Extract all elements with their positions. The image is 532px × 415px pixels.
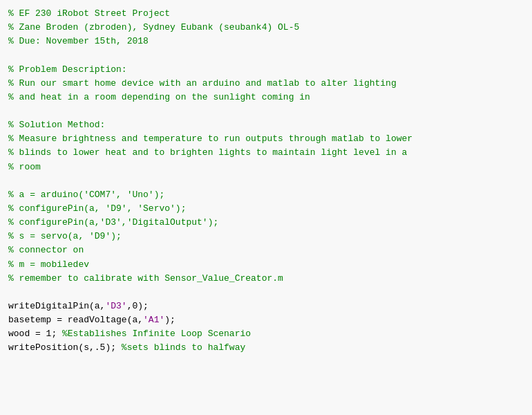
- string-literal: 'A1': [143, 315, 164, 325]
- comment-line: % s = servo(a, 'D9');: [8, 230, 524, 243]
- code-text: ,0);: [127, 301, 149, 311]
- comment-line: % m = mobiledev: [8, 258, 524, 272]
- comment-line: % Run our smart home device with an ardu…: [8, 77, 524, 91]
- code-text: basetemp = readVoltage(a,: [8, 315, 143, 325]
- comment-line: % Zane Broden (zbroden), Sydney Eubank (…: [8, 21, 524, 35]
- empty-line: [8, 174, 524, 188]
- comment-line: % blinds to lower heat and to brighten l…: [8, 146, 524, 160]
- comment-line: % remember to calibrate with Sensor_Valu…: [8, 272, 524, 286]
- comment-line: % and heat in a room depending on the su…: [8, 91, 524, 104]
- empty-line: [8, 48, 524, 62]
- comment-line: % Measure brightness and temperature to …: [8, 132, 524, 146]
- comment-line: % connector on: [8, 243, 524, 257]
- comment-line: % configurePin(a, 'D9', 'Servo');: [8, 202, 524, 216]
- code-text: writePosition(s,.5);: [8, 342, 122, 353]
- comment-line: % room: [8, 160, 524, 174]
- comment-line: % Due: November 15th, 2018: [8, 35, 524, 48]
- string-literal: 'D3': [105, 301, 126, 311]
- mixed-code-line: basetemp = readVoltage(a,'A1');: [8, 313, 524, 327]
- inline-comment: %Establishes Infinite Loop Scenario: [62, 329, 251, 339]
- code-content: % EF 230 iRobot Street Project% Zane Bro…: [8, 7, 524, 356]
- mixed-code-line: writePosition(s,.5); %sets blinds to hal…: [8, 341, 524, 355]
- inline-comment: %sets blinds to halfway: [122, 342, 245, 353]
- mixed-code-line: writeDigitalPin(a,'D3',0);: [8, 299, 524, 313]
- code-text: wood = 1;: [8, 329, 62, 339]
- comment-line: % configurePin(a,'D3','DigitalOutput');: [8, 216, 524, 230]
- comment-line: % EF 230 iRobot Street Project: [8, 7, 524, 21]
- mixed-code-line: wood = 1; %Establishes Infinite Loop Sce…: [8, 327, 524, 341]
- comment-line: % Solution Method:: [8, 118, 524, 132]
- code-editor: % EF 230 iRobot Street Project% Zane Bro…: [0, 0, 532, 415]
- comment-line: % a = arduino('COM7', 'Uno');: [8, 188, 524, 202]
- code-text: );: [164, 315, 175, 325]
- empty-line: [8, 286, 524, 299]
- comment-line: % Problem Description:: [8, 63, 524, 77]
- empty-line: [8, 104, 524, 118]
- code-text: writeDigitalPin(a,: [8, 301, 105, 311]
